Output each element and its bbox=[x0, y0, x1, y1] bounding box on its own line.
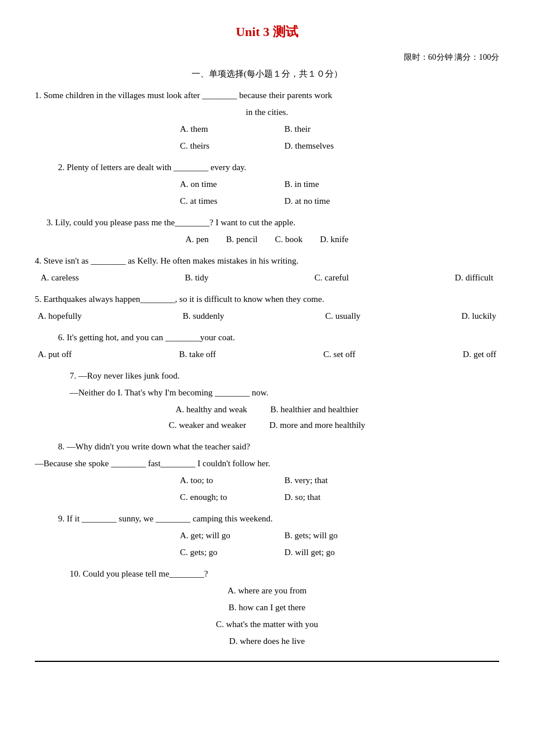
meta-info: 限时：60分钟 满分：100分 bbox=[35, 52, 499, 63]
q10-option-a: A. where are you from bbox=[35, 583, 499, 599]
q8-option-d: D. so; that bbox=[284, 489, 354, 505]
q1-option-a: A. them bbox=[180, 121, 250, 137]
q7-option-a: A. healthy and weak bbox=[176, 402, 247, 417]
q8-options1: A. too; to B. very; that bbox=[35, 473, 499, 488]
q3-option-b: B. pencil bbox=[226, 232, 258, 247]
q8-option-c: C. enough; to bbox=[180, 489, 250, 505]
q4-options: A. careless B. tidy C. careful D. diffic… bbox=[35, 270, 499, 286]
q7-options1: A. healthy and weak B. healthier and hea… bbox=[35, 402, 499, 417]
question-7: 7. —Roy never likes junk food. —Neither … bbox=[35, 368, 499, 433]
q8-option-b: B. very; that bbox=[284, 473, 354, 488]
q1-option-d: D. themselves bbox=[284, 138, 354, 154]
q9-text: 9. If it ________ sunny, we ________ cam… bbox=[35, 511, 499, 527]
q5-option-d: D. luckily bbox=[461, 308, 496, 324]
question-2: 2. Plenty of letters are dealt with ____… bbox=[35, 160, 499, 209]
q2-text: 2. Plenty of letters are dealt with ____… bbox=[35, 160, 499, 175]
question-3: 3. Lily, could you please pass me the___… bbox=[35, 215, 499, 247]
questions-container: 1. Some children in the villages must lo… bbox=[35, 88, 499, 649]
q5-option-b: B. suddenly bbox=[183, 308, 225, 324]
q7-option-b: B. healthier and healthier bbox=[270, 402, 359, 417]
q7-line2: —Neither do I. That's why I'm becoming _… bbox=[35, 385, 499, 401]
question-10: 10. Could you please tell me________? A.… bbox=[35, 566, 499, 649]
page-divider bbox=[35, 661, 499, 662]
q5-text: 5. Earthquakes always happen________, so… bbox=[35, 291, 499, 307]
q6-text: 6. It's getting hot, and you can _______… bbox=[35, 330, 499, 345]
q10-option-c: C. what's the matter with you bbox=[35, 617, 499, 632]
q9-options2: C. gets; go D. will get; go bbox=[35, 545, 499, 560]
question-9: 9. If it ________ sunny, we ________ cam… bbox=[35, 511, 499, 560]
q10-option-d: D. where does he live bbox=[35, 633, 499, 649]
q2-option-a: A. on time bbox=[180, 177, 250, 192]
q8-line2: —Because she spoke ________ fast________… bbox=[35, 456, 499, 471]
q4-text: 4. Steve isn't as ________ as Kelly. He … bbox=[35, 253, 499, 269]
q2-option-c: C. at times bbox=[180, 193, 250, 209]
q1-options: A. them B. their bbox=[35, 121, 499, 137]
q5-option-a: A. hopefully bbox=[38, 308, 82, 324]
q6-option-d: D. get off bbox=[463, 347, 496, 362]
q5-options: A. hopefully B. suddenly C. usually D. l… bbox=[35, 308, 499, 324]
q4-option-a: A. careless bbox=[41, 270, 79, 286]
q7-options2: C. weaker and weaker D. more and more he… bbox=[35, 417, 499, 433]
question-1: 1. Some children in the villages must lo… bbox=[35, 88, 499, 154]
q8-option-a: A. too; to bbox=[180, 473, 250, 488]
q6-options: A. put off B. take off C. set off D. get… bbox=[35, 347, 499, 362]
q1-text2: in the cities. bbox=[35, 105, 499, 120]
q6-option-a: A. put off bbox=[38, 347, 71, 362]
q7-line1: 7. —Roy never likes junk food. bbox=[35, 368, 499, 384]
question-8: 8. —Why didn't you write down what the t… bbox=[35, 439, 499, 505]
q1-text: 1. Some children in the villages must lo… bbox=[35, 88, 499, 103]
q3-option-c: C. book bbox=[275, 232, 303, 247]
q4-option-d: D. difficult bbox=[455, 270, 493, 286]
q4-option-c: C. careful bbox=[315, 270, 349, 286]
q7-option-c: C. weaker and weaker bbox=[169, 417, 246, 433]
q3-option-d: D. knife bbox=[320, 232, 348, 247]
q5-option-c: C. usually bbox=[325, 308, 360, 324]
section1-title: 一、单项选择(每小题１分，共１０分） bbox=[35, 69, 499, 80]
q9-options1: A. get; will go B. gets; will go bbox=[35, 528, 499, 543]
q2-option-d: D. at no time bbox=[284, 193, 354, 209]
q9-option-b: B. gets; will go bbox=[284, 528, 354, 543]
question-6: 6. It's getting hot, and you can _______… bbox=[35, 330, 499, 362]
q3-option-a: A. pen bbox=[186, 232, 209, 247]
q3-text: 3. Lily, could you please pass me the___… bbox=[35, 215, 499, 231]
q6-option-c: C. set off bbox=[323, 347, 355, 362]
q1-options2: C. theirs D. themselves bbox=[35, 138, 499, 154]
q2-options2: C. at times D. at no time bbox=[35, 193, 499, 209]
q10-option-b: B. how can I get there bbox=[35, 600, 499, 615]
q8-line1: 8. —Why didn't you write down what the t… bbox=[35, 439, 499, 455]
q3-options: A. pen B. pencil C. book D. knife bbox=[35, 232, 499, 247]
q7-option-d: D. more and more healthily bbox=[269, 417, 365, 433]
q9-option-a: A. get; will go bbox=[180, 528, 250, 543]
q6-option-b: B. take off bbox=[179, 347, 216, 362]
q9-option-c: C. gets; go bbox=[180, 545, 250, 560]
q9-option-d: D. will get; go bbox=[284, 545, 354, 560]
q8-options2: C. enough; to D. so; that bbox=[35, 489, 499, 505]
q4-option-b: B. tidy bbox=[185, 270, 208, 286]
q2-options: A. on time B. in time bbox=[35, 177, 499, 192]
q1-option-c: C. theirs bbox=[180, 138, 250, 154]
question-5: 5. Earthquakes always happen________, so… bbox=[35, 291, 499, 324]
q1-option-b: B. their bbox=[284, 121, 354, 137]
question-4: 4. Steve isn't as ________ as Kelly. He … bbox=[35, 253, 499, 286]
q10-text: 10. Could you please tell me________? bbox=[35, 566, 499, 582]
page-title: Unit 3 测试 bbox=[35, 23, 499, 41]
q2-option-b: B. in time bbox=[284, 177, 354, 192]
